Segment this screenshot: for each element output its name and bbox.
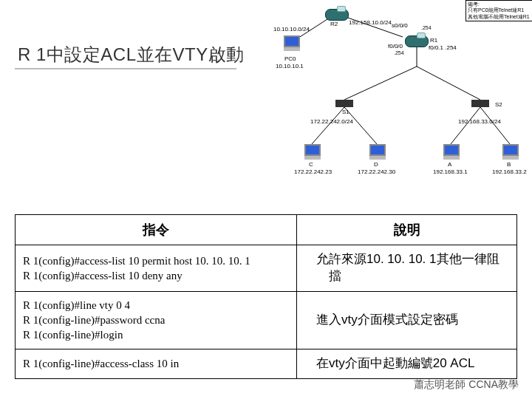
host-b-icon (502, 144, 519, 156)
desc-cell: 進入vty介面模式設定密碼 (297, 291, 517, 349)
router-r1-label: R1 (430, 37, 437, 44)
svg-line-5 (312, 107, 344, 144)
switch-s2-label: S2 (495, 101, 502, 108)
command-table: 指令 說明 R 1(config)#access-list 10 permit … (15, 214, 517, 379)
header-description: 說明 (297, 215, 517, 245)
router-r1-icon (405, 35, 429, 47)
pc0-ip: 10.10.10.1 (276, 63, 304, 69)
host-a-ip: 192.168.33.1 (433, 168, 468, 175)
title-rule (15, 68, 236, 69)
slide-title: R 1中設定ACL並在VTY啟動 (18, 43, 245, 66)
scenario-note: 備考: 只有PC0能用Telnet連R1 其他電腦不能用Telnet連R1 (466, 0, 532, 21)
switch-s1-label: S1 (342, 109, 349, 115)
iface-f000: f0/0/0 (388, 43, 403, 50)
host-d-label: D (374, 161, 378, 168)
host-a-label: A (448, 161, 451, 168)
subnet-right: 192.168.33.0/24 (458, 118, 501, 125)
iface-s000: s0/0/0 (392, 22, 408, 29)
addr-254b: .254 (394, 50, 404, 55)
subnet-left: 172.22.242.0/24 (310, 118, 353, 125)
cmd-cell: R 1(config)#line vty 0 4 R 1(config-line… (16, 291, 297, 349)
table-row: R 1(config-line)#access-class 10 in 在vty… (16, 349, 517, 378)
pc0-icon (284, 35, 300, 47)
host-d-icon (369, 144, 386, 156)
svg-line-8 (480, 107, 510, 144)
router-r2-icon (325, 9, 349, 21)
host-c-ip: 172.22.242.23 (294, 168, 332, 175)
table-row: R 1(config)#line vty 0 4 R 1(config-line… (16, 291, 517, 349)
svg-line-4 (417, 66, 480, 100)
pc0-label: PC0 (284, 55, 296, 62)
lan-gw: f0/0.1 .254 (429, 44, 457, 51)
cmd-cell: R 1(config)#access-list 10 permit host 1… (16, 245, 297, 292)
host-b-label: B (507, 161, 511, 168)
subnet-r1r2: 192.158.10.0/24 (349, 19, 392, 26)
svg-line-3 (344, 66, 417, 100)
switch-s1-icon (335, 100, 353, 107)
slide-footer: 蕭志明老師 CCNA教學 (414, 378, 519, 392)
cmd-cell: R 1(config-line)#access-class 10 in (16, 349, 297, 378)
subnet-pc0: 10.10.10.0/24 (273, 26, 310, 33)
desc-cell: 允許來源10. 10. 10. 1其他一律阻 擋 (297, 245, 517, 292)
host-c-label: C (309, 161, 313, 168)
addr-254a: .254 (421, 25, 432, 30)
wires (273, 0, 532, 207)
host-a-icon (443, 144, 460, 156)
table-row: R 1(config)#access-list 10 permit host 1… (16, 245, 517, 292)
host-b-ip: 192.168.33.2 (492, 168, 527, 175)
switch-s2-icon (471, 100, 489, 107)
network-topology: 備考: 只有PC0能用Telnet連R1 其他電腦不能用Telnet連R1 R2… (273, 0, 532, 207)
header-command: 指令 (16, 215, 297, 245)
svg-line-7 (451, 107, 480, 144)
host-d-ip: 172.22.242.30 (358, 168, 395, 175)
desc-cell: 在vty介面中起動編號20 ACL (297, 349, 517, 378)
table-head-row: 指令 說明 (16, 215, 517, 245)
router-r2-label: R2 (330, 21, 338, 27)
host-c-icon (304, 144, 321, 156)
